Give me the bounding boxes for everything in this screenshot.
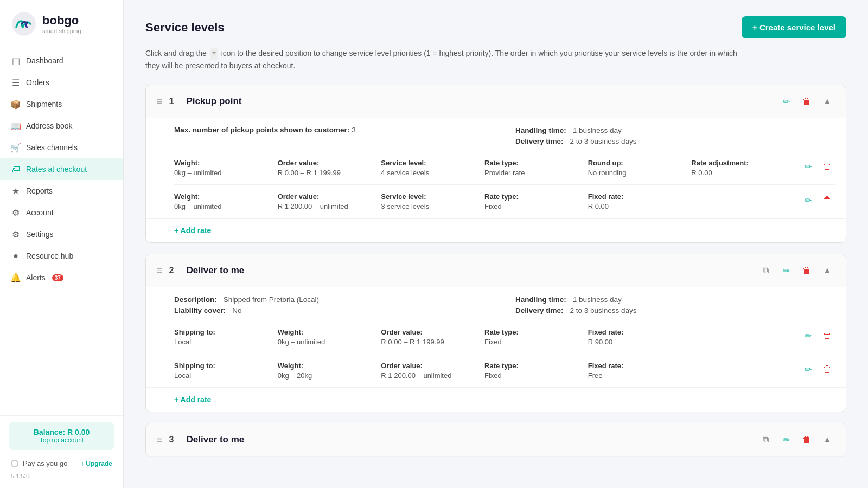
dashboard-icon: ◫	[11, 56, 21, 66]
alerts-badge: 37	[52, 274, 63, 281]
rate-edit-icon[interactable]: ✏	[800, 192, 815, 208]
rate-delete-icon[interactable]: 🗑	[820, 362, 835, 377]
rate-col-value: 0kg – 20kg	[278, 371, 381, 380]
delete-icon-1[interactable]: 🗑	[799, 94, 814, 109]
sidebar-item-label: Rates at checkout	[26, 165, 87, 174]
service-level-card-3: ≡ 3 Deliver to me ⧉ ✏ 🗑 ▲	[145, 423, 846, 457]
create-service-level-button[interactable]: + Create service level	[742, 16, 846, 38]
rate-col-label: Rate type:	[484, 159, 588, 167]
sidebar-item-dashboard[interactable]: ◫ Dashboard	[0, 50, 123, 72]
rate-col-label: Weight:	[174, 192, 278, 201]
rate-col-label: Order value:	[278, 192, 381, 201]
rate-col-value: No rounding	[588, 169, 692, 177]
sidebar-item-alerts[interactable]: 🔔 Alerts 37	[0, 267, 123, 288]
rate-col-label: Shipping to:	[174, 328, 278, 336]
delivery-label-2: Delivery time:	[515, 306, 564, 314]
sidebar-item-sales-channels[interactable]: 🛒 Sales channels	[0, 137, 123, 158]
rate-col: Rate type: Fixed	[484, 362, 588, 380]
expand-icon-1[interactable]: ▲	[820, 94, 835, 109]
rate-col: Order value: R 0.00 – R 1 199.99	[278, 159, 381, 177]
rate-row-2-0: Shipping to: Local Weight: 0kg – unlimit…	[174, 320, 835, 354]
rate-col-label: Fixed rate:	[588, 328, 692, 336]
main-content: Service levels + Create service level Cl…	[124, 0, 868, 488]
rate-col-label: Fixed rate:	[588, 192, 692, 201]
main-nav: ◫ Dashboard ☰ Orders 📦 Shipments 📖 Addre…	[0, 46, 123, 415]
card-number-3: 3	[169, 435, 180, 445]
rate-edit-icon[interactable]: ✏	[800, 159, 815, 174]
expand-icon-3[interactable]: ▲	[820, 432, 835, 447]
sidebar-item-label: Dashboard	[26, 56, 63, 65]
rate-col: Service level: 4 service levels	[381, 159, 484, 177]
rate-col-label: Order value:	[278, 159, 381, 167]
meta-value-pickup: 3	[352, 126, 356, 134]
desc-label-2: Description:	[174, 296, 217, 304]
rate-col: Order value: R 1 200.00 – unlimited	[381, 362, 484, 380]
edit-icon-2[interactable]: ✏	[778, 263, 794, 278]
card-header-2: ≡ 2 Deliver to me ⧉ ✏ 🗑 ▲	[146, 254, 846, 287]
rate-col: Shipping to: Local	[174, 328, 278, 346]
sidebar-item-shipments[interactable]: 📦 Shipments	[0, 93, 123, 115]
copy-icon-3[interactable]: ⧉	[758, 432, 773, 447]
rate-delete-icon[interactable]: 🗑	[820, 192, 835, 208]
card-actions-1: ✏ 🗑 ▲	[778, 94, 835, 109]
top-up-link[interactable]: Top up account	[16, 436, 107, 444]
drag-handle-2[interactable]: ≡	[157, 265, 163, 277]
page-header: Service levels + Create service level	[145, 16, 846, 38]
rate-delete-icon[interactable]: 🗑	[820, 159, 835, 174]
rate-col: Rate type: Fixed	[484, 192, 588, 210]
sidebar: bobgo smart shipping ◫ Dashboard ☰ Order…	[0, 0, 124, 488]
sidebar-item-label: Orders	[26, 78, 49, 87]
plan-name: Pay as you go	[23, 459, 67, 467]
expand-icon-2[interactable]: ▲	[820, 263, 835, 278]
rate-col-value: 0kg – unlimited	[278, 338, 381, 346]
delete-icon-2[interactable]: 🗑	[799, 263, 814, 278]
desc-value-2: Shipped from Pretoria (Local)	[224, 296, 319, 304]
rate-col-value: 4 service levels	[381, 169, 484, 177]
orders-icon: ☰	[11, 78, 21, 87]
sidebar-item-resource-hub[interactable]: ● Resource hub	[0, 245, 123, 267]
drag-handle-1[interactable]: ≡	[157, 96, 163, 107]
rate-edit-icon[interactable]: ✏	[800, 328, 815, 343]
card-number-1: 1	[169, 97, 180, 106]
rate-col: Rate type: Provider rate	[484, 159, 588, 177]
add-rate-button-1[interactable]: + Add rate	[146, 218, 846, 242]
drag-handle-3[interactable]: ≡	[157, 434, 163, 446]
sidebar-item-settings[interactable]: ⚙ Settings	[0, 223, 123, 245]
copy-icon-2[interactable]: ⧉	[758, 263, 773, 278]
plan-row: Pay as you go ↑ Upgrade	[9, 456, 114, 471]
sidebar-item-account[interactable]: ⚙ Account	[0, 202, 123, 223]
address-book-icon: 📖	[11, 121, 21, 131]
card-rates-1: Weight: 0kg – unlimited Order value: R 0…	[146, 151, 846, 218]
resource-hub-icon: ●	[11, 251, 21, 261]
delete-icon-3[interactable]: 🗑	[799, 432, 814, 447]
sidebar-item-label: Address book	[26, 121, 73, 130]
rate-col: Fixed rate: R 90.00	[588, 328, 692, 346]
rate-col-label: Order value:	[381, 362, 484, 370]
delivery-value-1: 2 to 3 business days	[570, 137, 636, 145]
delivery-label-1: Delivery time:	[515, 137, 564, 145]
handling-value-1: 1 business day	[573, 126, 622, 134]
rate-col: Weight: 0kg – unlimited	[174, 192, 278, 210]
rate-edit-icon[interactable]: ✏	[800, 362, 815, 377]
liability-value-2: No	[232, 306, 241, 314]
upgrade-button[interactable]: ↑ Upgrade	[81, 460, 112, 467]
add-rate-button-2[interactable]: + Add rate	[146, 387, 846, 412]
balance-card: Balance: R 0.00 Top up account	[9, 422, 114, 450]
rate-col-label: Rate type:	[484, 328, 588, 336]
rate-col-value: R 90.00	[588, 338, 692, 346]
edit-icon-3[interactable]: ✏	[778, 432, 794, 447]
shipments-icon: 📦	[11, 99, 21, 109]
sidebar-item-reports[interactable]: ★ Reports	[0, 180, 123, 202]
sidebar-item-rates-at-checkout[interactable]: 🏷 Rates at checkout	[0, 158, 123, 180]
page-description: Click and drag the ≡ icon to the desired…	[145, 47, 742, 72]
rate-delete-icon[interactable]: 🗑	[820, 328, 835, 343]
drag-icon-inline: ≡	[210, 48, 218, 60]
sidebar-item-address-book[interactable]: 📖 Address book	[0, 115, 123, 137]
edit-icon-1[interactable]: ✏	[778, 94, 794, 109]
rate-col-value: R 0.00 – R 1 199.99	[381, 338, 484, 346]
sidebar-item-label: Account	[26, 208, 54, 217]
card-number-2: 2	[169, 266, 180, 275]
sidebar-item-orders[interactable]: ☰ Orders	[0, 72, 123, 93]
liability-label-2: Liability cover:	[174, 306, 226, 314]
rate-col-label: Service level:	[381, 159, 484, 167]
